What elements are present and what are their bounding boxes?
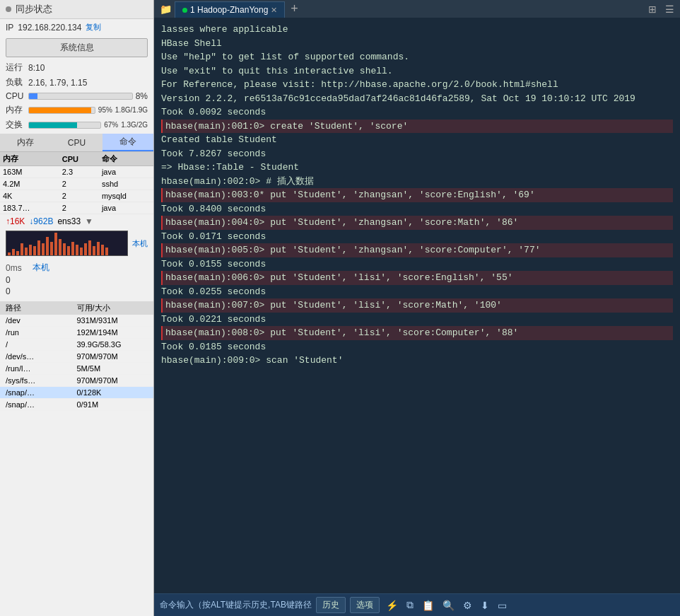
disk-row: /dev/s…970M/970M bbox=[0, 351, 153, 363]
main-terminal-area: 📁 1 Hadoop-ZhanYong ✕ + ⊞ ☰ lasses where… bbox=[154, 0, 680, 616]
terminal-line: Created table Student bbox=[161, 133, 673, 147]
lightning-icon[interactable]: ⚡ bbox=[384, 598, 400, 612]
net-bar bbox=[105, 248, 108, 255]
terminal-tab[interactable]: 1 Hadoop-ZhanYong ✕ bbox=[175, 1, 285, 18]
net-iface: ens33 bbox=[57, 216, 81, 226]
swap-progress-bar bbox=[29, 122, 77, 128]
net-bar bbox=[8, 252, 11, 255]
swap-row: 交换 67% 1.3G/2G bbox=[0, 117, 153, 132]
mem-progress-wrap bbox=[28, 107, 95, 114]
terminal-line: hbase(main):005:0> put 'Student', 'zhang… bbox=[161, 243, 673, 257]
cpu-progress-wrap bbox=[28, 93, 133, 100]
copy-ip-button[interactable]: 复制 bbox=[86, 22, 101, 33]
disk-path: /run/l… bbox=[6, 364, 77, 373]
cpu-value: 8% bbox=[136, 91, 148, 101]
proc-cmd: mysqld bbox=[99, 190, 153, 202]
search-icon[interactable]: 🔍 bbox=[440, 598, 457, 612]
terminal-line: Took 0.0255 seconds bbox=[161, 285, 673, 299]
net-bar bbox=[59, 239, 61, 255]
swap-size: 1.3G/2G bbox=[121, 121, 148, 129]
net-bar bbox=[63, 243, 66, 255]
cpu-row: CPU 8% bbox=[0, 90, 153, 103]
cpu-label: CPU bbox=[6, 91, 25, 101]
copy-icon[interactable]: ⧉ bbox=[404, 598, 416, 612]
net-chart bbox=[6, 231, 128, 256]
disk-col-path: 路径 bbox=[6, 303, 77, 313]
net-bar bbox=[25, 248, 28, 255]
terminal-line: HBase Shell bbox=[161, 37, 673, 51]
disk-row: /sys/fs…970M/970M bbox=[0, 375, 153, 387]
net-bar bbox=[42, 243, 45, 255]
disk-path: /dev/s… bbox=[6, 352, 77, 361]
disk-path: /dev bbox=[6, 316, 77, 325]
tab-label: 1 Hadoop-ZhanYong bbox=[190, 5, 268, 15]
net-bar bbox=[54, 233, 57, 255]
net-bar bbox=[80, 248, 83, 255]
process-row: 4.2M2sshd bbox=[0, 178, 153, 190]
tab-mem[interactable]: 内存 bbox=[0, 134, 51, 151]
proc-mem: 4K bbox=[0, 190, 59, 202]
load-label: 负载 bbox=[6, 76, 25, 88]
terminal-line: hbase(main):007:0> put 'Student', 'lisi'… bbox=[161, 298, 673, 313]
terminal-line: Took 7.8267 seconds bbox=[161, 147, 673, 161]
ping-local[interactable]: 本机 bbox=[33, 262, 49, 274]
col-mem: 内存 bbox=[0, 152, 59, 166]
net-bar bbox=[84, 243, 87, 255]
ping-row-3: 0 bbox=[6, 286, 148, 297]
net-bar bbox=[46, 237, 49, 255]
disk-size: 39.9G/58.3G bbox=[77, 340, 148, 349]
proc-cmd: java bbox=[99, 166, 153, 178]
grid-icon[interactable]: ⊞ bbox=[645, 2, 660, 16]
proc-cpu: 2 bbox=[59, 190, 99, 202]
terminal-output[interactable]: lasses where applicableHBase ShellUse "h… bbox=[154, 18, 680, 593]
sys-info-button[interactable]: 系统信息 bbox=[6, 38, 148, 57]
net-bar bbox=[88, 240, 91, 255]
disk-path: /sys/fs… bbox=[6, 376, 77, 385]
download-icon[interactable]: ⬇ bbox=[479, 598, 491, 612]
options-button[interactable]: 选项 bbox=[350, 597, 380, 613]
terminal-line: Took 0.0092 seconds bbox=[161, 105, 673, 120]
proc-cpu: 2 bbox=[59, 202, 99, 214]
terminal-line: Took 0.0221 seconds bbox=[161, 313, 673, 327]
disk-row: /snap/…0/91M bbox=[0, 399, 153, 411]
disk-size: 192M/194M bbox=[77, 328, 148, 337]
net-local-label[interactable]: 本机 bbox=[132, 238, 148, 249]
proc-mem: 183.7… bbox=[0, 202, 59, 214]
tab-cpu[interactable]: CPU bbox=[51, 134, 102, 151]
history-button[interactable]: 历史 bbox=[316, 597, 346, 613]
disk-size: 0/128K bbox=[77, 388, 148, 397]
terminal-line: hbase(main):004:0> put 'Student', 'zhang… bbox=[161, 216, 673, 230]
disk-size: 931M/931M bbox=[77, 316, 148, 325]
net-bar bbox=[71, 242, 74, 255]
disk-section: 路径 可用/大小 /dev931M/931M/run192M/194M/39.9… bbox=[0, 300, 153, 412]
net-bar bbox=[50, 242, 53, 255]
terminal-line: hbase(main):001:0> create 'Student', 'sc… bbox=[161, 120, 673, 134]
status-title: 同步状态 bbox=[16, 3, 52, 16]
menu-icon[interactable]: ☰ bbox=[662, 2, 677, 16]
settings-icon[interactable]: ⚙ bbox=[461, 598, 474, 612]
status-dot bbox=[6, 6, 11, 12]
mem-progress-bar bbox=[29, 107, 91, 113]
proc-mem: 163M bbox=[0, 166, 59, 178]
terminal-line: Took 0.8400 seconds bbox=[161, 202, 673, 216]
add-tab-icon[interactable]: + bbox=[285, 0, 304, 18]
tab-icons: ⊞ ☰ bbox=[645, 2, 677, 16]
load-row: 负载 2.16, 1.79, 1.15 bbox=[0, 75, 153, 90]
disk-row: /39.9G/58.3G bbox=[0, 339, 153, 351]
uptime-row: 运行 8:10 bbox=[0, 60, 153, 75]
net-chart-row: 本机 bbox=[0, 228, 153, 258]
ping-section: 0ms 本机 0 0 bbox=[0, 258, 153, 300]
disk-path: /snap/… bbox=[6, 400, 77, 409]
proc-cmd: java bbox=[99, 202, 153, 214]
net-bar bbox=[37, 240, 40, 255]
tab-cmd[interactable]: 命令 bbox=[102, 134, 153, 151]
minimize-icon[interactable]: ▭ bbox=[496, 598, 509, 612]
process-row: 163M2.3java bbox=[0, 166, 153, 178]
tab-close-icon[interactable]: ✕ bbox=[271, 6, 277, 15]
disk-size: 970M/970M bbox=[77, 352, 148, 361]
terminal-line: => Hbase::Table - Student bbox=[161, 161, 673, 175]
tab-strip: 📁 1 Hadoop-ZhanYong ✕ + ⊞ ☰ bbox=[154, 0, 680, 18]
proc-mem: 4.2M bbox=[0, 178, 59, 190]
mem-size: 1.8G/1.9G bbox=[115, 106, 148, 114]
paste-icon[interactable]: 📋 bbox=[420, 598, 436, 612]
